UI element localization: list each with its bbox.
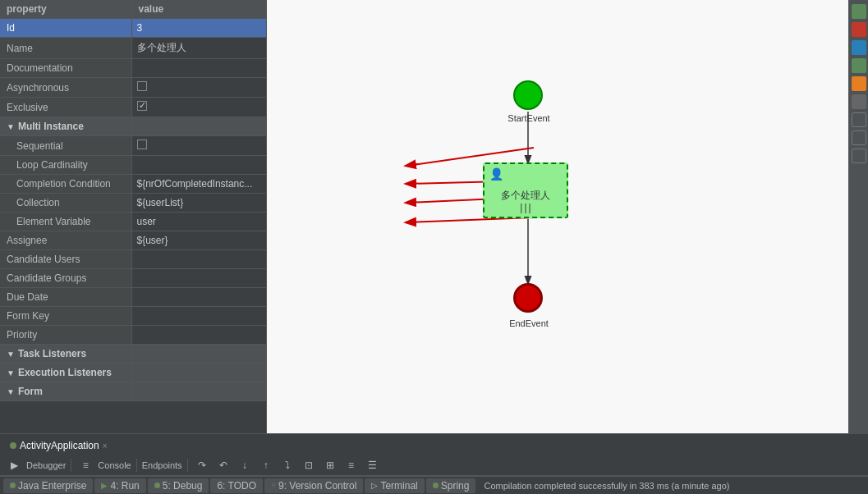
prop-header-value: value: [131, 0, 266, 19]
terminal-icon: ▷: [371, 481, 378, 490]
prop-value: [131, 250, 266, 269]
debug-btn[interactable]: 5: Debug: [148, 478, 209, 493]
prop-key: Collection: [0, 194, 131, 213]
spring-btn[interactable]: Spring: [426, 478, 476, 493]
prop-value: [131, 382, 266, 401]
checkbox-checked[interactable]: [137, 101, 147, 111]
right-icons-panel: [848, 0, 868, 433]
prop-key: Assignee: [0, 231, 131, 250]
console-btn[interactable]: ≡: [76, 457, 94, 473]
todo-label: 6: TODO: [217, 480, 256, 492]
table-row[interactable]: Element Variableuser: [0, 213, 266, 231]
table-row[interactable]: ▼ Execution Listeners: [0, 364, 266, 382]
version-control-btn[interactable]: ⑂ 9: Version Control: [264, 478, 363, 493]
right-icon-6[interactable]: [852, 94, 866, 109]
table-row[interactable]: Id3: [0, 19, 266, 38]
toolbar-btn-5[interactable]: ⤵: [278, 457, 296, 473]
table-row[interactable]: Documentation: [0, 59, 266, 78]
collapse-icon[interactable]: ▼: [7, 368, 15, 377]
checkbox-unchecked[interactable]: [137, 81, 147, 91]
table-row[interactable]: Form Key: [0, 307, 266, 326]
user-task[interactable]: 👤 多个处理人 |||: [483, 162, 568, 218]
table-row[interactable]: Assignee${user}: [0, 231, 266, 250]
table-row[interactable]: ▼ Form: [0, 382, 266, 401]
table-row[interactable]: Collection${userList}: [0, 194, 266, 213]
table-row[interactable]: Exclusive: [0, 98, 266, 117]
prop-value: user: [131, 213, 266, 231]
right-icon-9[interactable]: [852, 149, 866, 163]
right-icon-3[interactable]: [852, 40, 866, 55]
table-row[interactable]: Candidate Users: [0, 250, 266, 269]
debugger-label[interactable]: Debugger: [26, 460, 66, 470]
right-icon-5[interactable]: [852, 76, 866, 91]
right-icon-1[interactable]: [852, 4, 866, 19]
toolbar-btn-4[interactable]: ↑: [257, 457, 275, 473]
java-enterprise-label: Java Enterprise: [18, 480, 86, 492]
vc-icon: ⑂: [271, 481, 276, 490]
mi-marker: |||: [520, 202, 530, 213]
prop-value: [131, 156, 266, 175]
prop-key: Sequential: [0, 136, 131, 156]
toolbar-btn-6[interactable]: ⊡: [300, 457, 318, 473]
table-row[interactable]: Completion Condition${nrOfCompletedInsta…: [0, 175, 266, 194]
run-btn[interactable]: ▶ 4: Run: [94, 478, 145, 493]
prop-key: Exclusive: [0, 98, 131, 117]
table-row[interactable]: ▼ Multi Instance: [0, 117, 266, 136]
collapse-icon[interactable]: ▼: [7, 122, 15, 131]
console-label[interactable]: Console: [98, 460, 131, 470]
table-row[interactable]: ▼ Task Listeners: [0, 345, 266, 364]
table-row[interactable]: Loop Cardinality: [0, 156, 266, 175]
prop-value: [131, 269, 266, 288]
diagram-area[interactable]: StartEvent 👤 多个处理人 ||| EndEvent: [267, 0, 868, 433]
user-icon: 👤: [489, 167, 503, 181]
table-row[interactable]: Candidate Groups: [0, 269, 266, 288]
spring-dot: [433, 483, 439, 488]
prop-key: Id: [0, 19, 131, 38]
prop-value: [131, 98, 266, 117]
prop-value: [131, 78, 266, 98]
activity-app-tab[interactable]: ActivityApplication ×: [3, 437, 114, 455]
end-event[interactable]: [513, 283, 543, 313]
prop-value: ${user}: [131, 231, 266, 250]
toolbar-btn-7[interactable]: ⊞: [321, 457, 339, 473]
table-row[interactable]: Due Date: [0, 288, 266, 307]
right-icon-2[interactable]: [852, 22, 866, 37]
content-area: property value Id3Name多个处理人Documentation…: [0, 0, 868, 433]
prop-value: [131, 364, 266, 382]
start-event[interactable]: [513, 80, 543, 110]
prop-header-key: property: [0, 0, 131, 19]
table-row[interactable]: Priority: [0, 326, 266, 345]
start-event-label: StartEvent: [501, 113, 557, 123]
todo-btn[interactable]: 6: TODO: [210, 478, 263, 493]
tab-dot: [10, 442, 16, 449]
tab-close-btn[interactable]: ×: [103, 441, 108, 451]
table-row[interactable]: Name多个处理人: [0, 38, 266, 59]
prop-key: ▼ Task Listeners: [0, 345, 131, 364]
java-enterprise-btn[interactable]: Java Enterprise: [3, 478, 93, 493]
prop-value: 多个处理人: [131, 38, 266, 59]
bottom-toolbar: ▶ Debugger ≡ Console Endpoints ↷ ↶ ↓ ↑ ⤵…: [0, 455, 868, 476]
toolbar-btn-1[interactable]: ↷: [193, 457, 211, 473]
prop-key: Form Key: [0, 307, 131, 326]
end-event-label: EndEvent: [501, 318, 557, 328]
toolbar-sep-2: [136, 459, 137, 472]
prop-value: [131, 117, 266, 136]
checkbox-unchecked[interactable]: [137, 140, 147, 149]
terminal-btn[interactable]: ▷ Terminal: [365, 478, 424, 493]
right-icon-7[interactable]: [852, 112, 866, 127]
prop-value: [131, 345, 266, 364]
toolbar-play-btn[interactable]: ▶: [5, 457, 23, 473]
table-row[interactable]: Asynchronous: [0, 78, 266, 98]
endpoints-label[interactable]: Endpoints: [142, 460, 182, 470]
toolbar-btn-9[interactable]: ☰: [364, 457, 382, 473]
toolbar-btn-2[interactable]: ↶: [214, 457, 232, 473]
collapse-icon[interactable]: ▼: [7, 387, 15, 396]
toolbar-btn-8[interactable]: ≡: [342, 457, 361, 473]
properties-table: property value Id3Name多个处理人Documentation…: [0, 0, 266, 401]
toolbar-btn-3[interactable]: ↓: [236, 457, 254, 473]
right-icon-4[interactable]: [852, 58, 866, 73]
collapse-icon[interactable]: ▼: [7, 350, 15, 359]
right-icon-8[interactable]: [852, 130, 866, 145]
prop-key: Candidate Groups: [0, 269, 131, 288]
table-row[interactable]: Sequential: [0, 136, 266, 156]
